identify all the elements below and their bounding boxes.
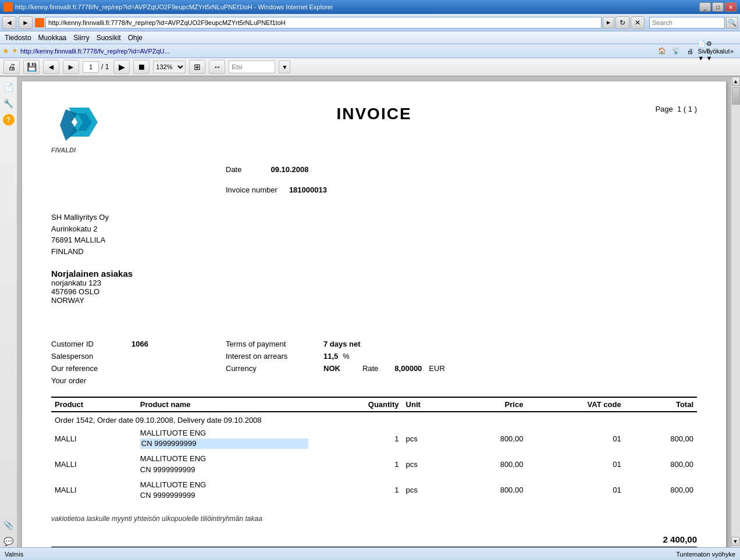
minimize-button[interactable]: _ [699, 2, 711, 12]
menu-tiedosto[interactable]: Tiedosto [5, 34, 31, 42]
favorites-bar: ★ ✦ http://kenny.finnvalli.fi:7778/fv_re… [0, 44, 740, 58]
page-icon [35, 18, 44, 27]
date-value: 09.10.2008 [271, 165, 308, 174]
interest-label: Interest on arrears [226, 352, 319, 361]
fav-link[interactable]: http://kenny.finnvalli.fi:7778/fv_rep/re… [20, 48, 170, 55]
search-input[interactable] [649, 17, 725, 28]
customer-address2: 457696 OSLO [51, 287, 226, 296]
zoom-select[interactable]: 132% [153, 60, 186, 73]
close-button[interactable]: ✕ [725, 2, 737, 12]
customer-id-value: 1066 [131, 340, 148, 348]
page-total: / 1 [101, 63, 109, 71]
search-area: 🔍 [649, 17, 738, 28]
print-report-button[interactable]: 🖨 [3, 60, 20, 74]
play-button[interactable]: ▶ [113, 60, 130, 74]
grand-total-value: 2 400,00 [663, 534, 697, 544]
company-address1: Aurinkokatu 2 [51, 223, 226, 235]
table-row: MALLI MALLITUOTE ENG CN 9999999999 1 pcs… [51, 451, 697, 477]
page-info: Page 1 ( 1 ) [581, 105, 697, 113]
forward-button[interactable]: ► [19, 16, 33, 29]
currency-row: Currency NOK Rate 8,00000 EUR [226, 364, 697, 373]
customer-country: NORWAY [51, 296, 226, 305]
menu-muokkaa[interactable]: Muokkaa [38, 34, 67, 42]
search-report-input[interactable] [229, 60, 275, 73]
terms-value: 7 days net [323, 340, 361, 348]
col-vat-code: VAT code [526, 397, 624, 412]
page-number: 1 ( 1 ) [677, 105, 697, 113]
date-row: Date 09.10.2008 [226, 165, 309, 174]
restore-button[interactable]: □ [712, 2, 724, 12]
save-report-button[interactable]: 💾 [23, 60, 40, 74]
item-qty-0: 1 [312, 426, 402, 451]
invoice-number-label: Invoice number [226, 186, 278, 194]
fivaldi-logo-svg [51, 105, 104, 145]
search-go-button[interactable]: 🔍 [726, 17, 738, 28]
col-product-name: Product name [137, 397, 312, 412]
expand-icon[interactable]: » [726, 46, 738, 56]
item-cn-2: CN 9999999999 [140, 491, 195, 500]
left-sidebar: 📄 🔧 ? 📎 💬 [0, 77, 17, 547]
scrollbar[interactable]: ▲ ▼ [731, 77, 740, 547]
sidebar-icon-help[interactable]: ? [3, 114, 15, 126]
company-customer-section: SH Malliyritys Oy Aurinkokatu 2 76891 MA… [51, 212, 697, 322]
invoice-number-row: Invoice number 181000013 [226, 186, 327, 194]
sidebar-icon-clip[interactable]: 📎 [3, 519, 15, 531]
company-country: FINLAND [51, 246, 226, 258]
our-reference-label: Our reference [51, 364, 127, 373]
sidebar-icon-tools[interactable]: 🔧 [3, 98, 15, 109]
item-product-1: MALLI [51, 451, 137, 477]
order-row-detail: Order 1542, Order date 09.10.2008, Deliv… [51, 412, 697, 426]
prev-page-button[interactable]: ◄ [43, 60, 59, 74]
menu-siirry[interactable]: Siirry [73, 34, 89, 42]
refresh-button[interactable]: ↻ [616, 16, 629, 29]
report-toolbar: 🖨 💾 ◄ ► / 1 ▶ ⏹ 132% ⊞ ↔ ▼ [0, 58, 740, 77]
address-bar: ► ↻ ✕ [35, 16, 645, 29]
next-page-button[interactable]: ► [63, 60, 79, 74]
your-order-row: Your order [51, 376, 226, 385]
currency-value: NOK [323, 364, 340, 373]
item-name-2: MALLITUOTE ENG CN 9999999999 [137, 477, 312, 503]
item-total-0: 800,00 [625, 426, 697, 451]
fivaldi-logo: FIVALDI [51, 105, 168, 154]
tools-icon[interactable]: ⚙ Työkalut ▼ [712, 46, 724, 56]
company-address: SH Malliyritys Oy Aurinkokatu 2 76891 MA… [51, 212, 226, 322]
go-button[interactable]: ► [603, 17, 614, 28]
grand-total-section: 2 400,00 [51, 534, 697, 544]
item-unit-2: pcs [403, 477, 455, 503]
document-scroll-area[interactable]: FIVALDI INVOICE Page 1 ( 1 ) Date 09.10.… [17, 77, 731, 547]
address-input[interactable] [45, 17, 602, 28]
customer-id-row: Customer ID 1066 [51, 340, 226, 348]
sidebar-icon-document[interactable]: 📄 [3, 81, 15, 93]
status-right: Tuntematon vyöhyke [676, 551, 735, 558]
search-report-button[interactable]: ▼ [279, 60, 290, 73]
title-bar: http://kenny.finnvalli.fi:7778/fv_rep/re… [0, 0, 740, 14]
item-vat-2: 01 [526, 477, 624, 503]
fit-page-button[interactable]: ⊞ [189, 60, 205, 74]
sidebar-icon-chat[interactable]: 💬 [3, 536, 15, 547]
customer-address1: norjankatu 123 [51, 279, 226, 287]
item-price-1: 800,00 [454, 451, 526, 477]
menu-suosikit[interactable]: Suosikit [97, 34, 121, 42]
print-icon[interactable]: 🖨 [684, 46, 696, 56]
vat-info-text: vakiotietoa laskulle myynti yhteisön ulk… [51, 515, 697, 523]
item-qty-1: 1 [312, 451, 402, 477]
item-vat-1: 01 [526, 451, 624, 477]
browser-icon [3, 2, 13, 12]
salesperson-row: Salesperson [51, 352, 226, 361]
invoice-number-value: 181000013 [289, 186, 327, 194]
back-button[interactable]: ◄ [2, 16, 16, 29]
home-icon[interactable]: 🏠 [656, 46, 668, 56]
menu-ohje[interactable]: Ohje [128, 34, 143, 42]
rss-icon[interactable]: 📡 [670, 46, 682, 56]
page-number-input[interactable] [83, 61, 99, 73]
fit-width-button[interactable]: ↔ [209, 60, 225, 74]
company-info: SH Malliyritys Oy Aurinkokatu 2 76891 MA… [51, 212, 226, 257]
rate-unit: EUR [429, 364, 444, 373]
stop-play-button[interactable]: ⏹ [133, 60, 150, 74]
window-title: http://kenny.finnvalli.fi:7778/fv_rep/re… [15, 3, 333, 10]
item-name-0: MALLITUOTE ENG CN 9999999999 [137, 426, 312, 451]
col-product: Product [51, 397, 137, 412]
currency-label: Currency [226, 364, 319, 373]
stop-button[interactable]: ✕ [631, 16, 645, 29]
empty-right [226, 376, 697, 385]
